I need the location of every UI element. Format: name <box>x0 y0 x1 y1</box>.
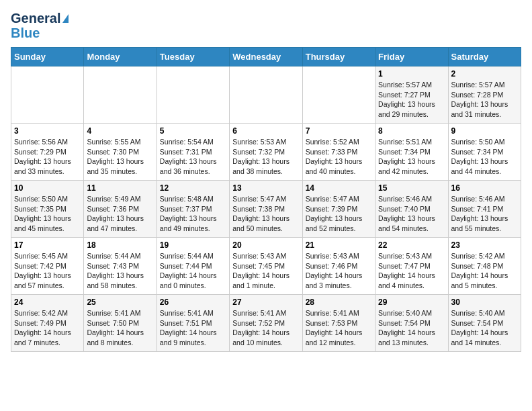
calendar-cell: 26Sunrise: 5:41 AM Sunset: 7:51 PM Dayli… <box>157 295 229 352</box>
day-info: Sunrise: 5:51 AM Sunset: 7:34 PM Dayligh… <box>378 137 445 177</box>
day-number: 30 <box>451 298 518 307</box>
calendar-cell: 18Sunrise: 5:44 AM Sunset: 7:43 PM Dayli… <box>84 238 157 295</box>
calendar-week-1: 1Sunrise: 5:57 AM Sunset: 7:27 PM Daylig… <box>11 66 521 124</box>
day-info: Sunrise: 5:53 AM Sunset: 7:32 PM Dayligh… <box>232 137 299 177</box>
calendar-cell: 4Sunrise: 5:55 AM Sunset: 7:30 PM Daylig… <box>84 124 157 181</box>
day-number: 8 <box>378 126 445 136</box>
day-number: 24 <box>14 298 81 307</box>
calendar-week-5: 24Sunrise: 5:42 AM Sunset: 7:49 PM Dayli… <box>11 295 521 352</box>
day-number: 3 <box>14 126 81 136</box>
day-info: Sunrise: 5:50 AM Sunset: 7:34 PM Dayligh… <box>451 137 518 177</box>
calendar-cell: 29Sunrise: 5:40 AM Sunset: 7:54 PM Dayli… <box>375 295 448 352</box>
day-number: 4 <box>87 126 153 136</box>
day-number: 21 <box>306 240 372 250</box>
calendar-week-4: 17Sunrise: 5:45 AM Sunset: 7:42 PM Dayli… <box>11 238 521 295</box>
calendar-cell: 11Sunrise: 5:49 AM Sunset: 7:36 PM Dayli… <box>84 181 157 238</box>
day-info: Sunrise: 5:54 AM Sunset: 7:31 PM Dayligh… <box>160 137 226 177</box>
calendar-week-2: 3Sunrise: 5:56 AM Sunset: 7:29 PM Daylig… <box>11 124 521 181</box>
calendar-cell: 14Sunrise: 5:47 AM Sunset: 7:39 PM Dayli… <box>302 181 375 238</box>
calendar-cell <box>302 66 375 124</box>
day-info: Sunrise: 5:45 AM Sunset: 7:42 PM Dayligh… <box>14 251 81 291</box>
calendar-cell: 27Sunrise: 5:41 AM Sunset: 7:52 PM Dayli… <box>230 295 302 352</box>
day-number: 14 <box>306 183 372 193</box>
calendar-cell: 15Sunrise: 5:46 AM Sunset: 7:40 PM Dayli… <box>375 181 448 238</box>
day-info: Sunrise: 5:44 AM Sunset: 7:43 PM Dayligh… <box>87 251 153 291</box>
day-info: Sunrise: 5:40 AM Sunset: 7:54 PM Dayligh… <box>451 308 518 348</box>
day-number: 13 <box>232 183 299 193</box>
day-info: Sunrise: 5:41 AM Sunset: 7:53 PM Dayligh… <box>306 308 372 348</box>
day-number: 2 <box>451 69 518 79</box>
day-info: Sunrise: 5:46 AM Sunset: 7:41 PM Dayligh… <box>451 194 518 234</box>
day-number: 9 <box>451 126 518 136</box>
day-number: 7 <box>306 126 372 136</box>
calendar-table: SundayMondayTuesdayWednesdayThursdayFrid… <box>11 47 521 352</box>
day-info: Sunrise: 5:41 AM Sunset: 7:50 PM Dayligh… <box>87 308 153 348</box>
day-info: Sunrise: 5:46 AM Sunset: 7:40 PM Dayligh… <box>378 194 445 234</box>
day-info: Sunrise: 5:47 AM Sunset: 7:39 PM Dayligh… <box>306 194 372 234</box>
calendar-header-row: SundayMondayTuesdayWednesdayThursdayFrid… <box>11 48 521 66</box>
day-info: Sunrise: 5:50 AM Sunset: 7:35 PM Dayligh… <box>14 194 81 234</box>
day-info: Sunrise: 5:43 AM Sunset: 7:47 PM Dayligh… <box>378 251 445 291</box>
day-number: 11 <box>87 183 153 193</box>
header-thursday: Thursday <box>302 48 375 66</box>
header-sunday: Sunday <box>11 48 84 66</box>
day-info: Sunrise: 5:40 AM Sunset: 7:54 PM Dayligh… <box>378 308 445 348</box>
day-number: 10 <box>14 183 81 193</box>
calendar-cell: 8Sunrise: 5:51 AM Sunset: 7:34 PM Daylig… <box>375 124 448 181</box>
calendar-cell <box>157 66 229 124</box>
day-info: Sunrise: 5:42 AM Sunset: 7:49 PM Dayligh… <box>14 308 81 348</box>
calendar-cell: 21Sunrise: 5:43 AM Sunset: 7:46 PM Dayli… <box>302 238 375 295</box>
calendar-cell: 1Sunrise: 5:57 AM Sunset: 7:27 PM Daylig… <box>375 66 448 124</box>
calendar-cell: 22Sunrise: 5:43 AM Sunset: 7:47 PM Dayli… <box>375 238 448 295</box>
calendar-cell: 2Sunrise: 5:57 AM Sunset: 7:28 PM Daylig… <box>448 66 521 124</box>
calendar-cell: 16Sunrise: 5:46 AM Sunset: 7:41 PM Dayli… <box>448 181 521 238</box>
day-number: 29 <box>378 298 445 307</box>
day-info: Sunrise: 5:49 AM Sunset: 7:36 PM Dayligh… <box>87 194 153 234</box>
day-number: 6 <box>232 126 299 136</box>
calendar-cell: 25Sunrise: 5:41 AM Sunset: 7:50 PM Dayli… <box>84 295 157 352</box>
day-number: 25 <box>87 298 153 307</box>
calendar-cell: 3Sunrise: 5:56 AM Sunset: 7:29 PM Daylig… <box>11 124 84 181</box>
calendar-cell <box>230 66 302 124</box>
calendar-cell: 9Sunrise: 5:50 AM Sunset: 7:34 PM Daylig… <box>448 124 521 181</box>
logo-text2: Blue <box>11 26 40 40</box>
calendar-cell: 30Sunrise: 5:40 AM Sunset: 7:54 PM Dayli… <box>448 295 521 352</box>
calendar-cell: 7Sunrise: 5:52 AM Sunset: 7:33 PM Daylig… <box>302 124 375 181</box>
day-number: 15 <box>378 183 445 193</box>
calendar-cell: 24Sunrise: 5:42 AM Sunset: 7:49 PM Dayli… <box>11 295 84 352</box>
calendar-cell: 12Sunrise: 5:48 AM Sunset: 7:37 PM Dayli… <box>157 181 229 238</box>
day-info: Sunrise: 5:43 AM Sunset: 7:46 PM Dayligh… <box>306 251 372 291</box>
day-number: 16 <box>451 183 518 193</box>
calendar-cell <box>84 66 157 124</box>
day-number: 18 <box>87 240 153 250</box>
day-info: Sunrise: 5:57 AM Sunset: 7:27 PM Dayligh… <box>378 80 445 120</box>
calendar-cell: 5Sunrise: 5:54 AM Sunset: 7:31 PM Daylig… <box>157 124 229 181</box>
page-header: General Blue <box>11 11 521 40</box>
day-info: Sunrise: 5:48 AM Sunset: 7:37 PM Dayligh… <box>160 194 226 234</box>
calendar-cell <box>11 66 84 124</box>
logo-text: General <box>11 11 69 26</box>
calendar-cell: 19Sunrise: 5:44 AM Sunset: 7:44 PM Dayli… <box>157 238 229 295</box>
day-info: Sunrise: 5:43 AM Sunset: 7:45 PM Dayligh… <box>232 251 299 291</box>
day-info: Sunrise: 5:47 AM Sunset: 7:38 PM Dayligh… <box>232 194 299 234</box>
day-number: 1 <box>378 69 445 79</box>
day-info: Sunrise: 5:41 AM Sunset: 7:51 PM Dayligh… <box>160 308 226 348</box>
day-info: Sunrise: 5:52 AM Sunset: 7:33 PM Dayligh… <box>306 137 372 177</box>
day-number: 12 <box>160 183 226 193</box>
day-info: Sunrise: 5:42 AM Sunset: 7:48 PM Dayligh… <box>451 251 518 291</box>
day-number: 22 <box>378 240 445 250</box>
header-tuesday: Tuesday <box>157 48 229 66</box>
day-number: 27 <box>232 298 299 307</box>
calendar-cell: 28Sunrise: 5:41 AM Sunset: 7:53 PM Dayli… <box>302 295 375 352</box>
day-info: Sunrise: 5:44 AM Sunset: 7:44 PM Dayligh… <box>160 251 226 291</box>
day-number: 17 <box>14 240 81 250</box>
day-number: 19 <box>160 240 226 250</box>
header-friday: Friday <box>375 48 448 66</box>
calendar-cell: 17Sunrise: 5:45 AM Sunset: 7:42 PM Dayli… <box>11 238 84 295</box>
header-wednesday: Wednesday <box>230 48 302 66</box>
logo: General Blue <box>11 11 69 40</box>
header-monday: Monday <box>84 48 157 66</box>
day-number: 26 <box>160 298 226 307</box>
calendar-cell: 20Sunrise: 5:43 AM Sunset: 7:45 PM Dayli… <box>230 238 302 295</box>
day-info: Sunrise: 5:55 AM Sunset: 7:30 PM Dayligh… <box>87 137 153 177</box>
